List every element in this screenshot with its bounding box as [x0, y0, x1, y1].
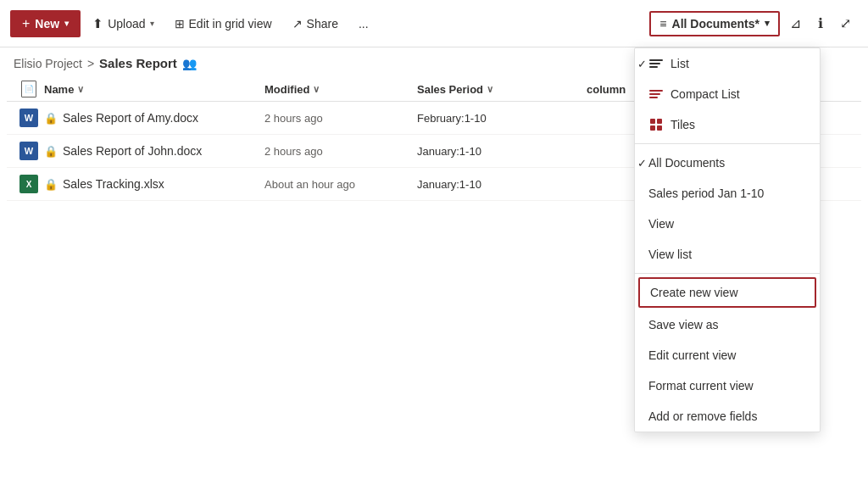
toolbar: + New ▾ ⬆ Upload ▾ ⊞ Edit in grid view ↗…: [0, 0, 868, 47]
header-period[interactable]: Sales Period ∨: [417, 81, 587, 97]
file-period: January:1-10: [417, 178, 587, 191]
edit-grid-label: Edit in grid view: [189, 17, 272, 31]
share-button[interactable]: ↗ Share: [284, 12, 347, 36]
sensitive-icon: 🔒: [44, 112, 58, 125]
doc-icon: 📄: [21, 81, 36, 97]
expand-button[interactable]: ⤢: [833, 10, 858, 36]
info-button[interactable]: ℹ: [811, 10, 830, 36]
upload-icon: ⬆: [92, 16, 103, 31]
new-button[interactable]: + New ▾: [10, 10, 81, 37]
dropdown-item-format-current-view[interactable]: Format current view: [635, 370, 820, 401]
file-name-text: Sales Tracking.xlsx: [63, 177, 164, 191]
compact-list-icon: [648, 90, 664, 98]
file-period: January:1-10: [417, 145, 587, 158]
dropdown-item-all-documents[interactable]: All Documents: [635, 148, 820, 178]
dropdown-divider-1: [635, 143, 820, 144]
upload-chevron-icon: ▾: [150, 19, 154, 28]
dropdown-tiles-label: Tiles: [670, 118, 695, 131]
tiles-icon: [648, 119, 664, 131]
share-label: Share: [307, 17, 338, 31]
upload-button[interactable]: ⬆ Upload ▾: [84, 11, 162, 36]
breadcrumb-separator: >: [87, 57, 94, 70]
dropdown-item-edit-current-view[interactable]: Edit current view: [635, 340, 820, 370]
format-current-view-label: Format current view: [648, 379, 754, 393]
header-doc-col: 📄: [14, 81, 44, 97]
plus-icon: +: [22, 16, 30, 31]
file-type-icon: W: [14, 142, 44, 160]
new-chevron-icon: ▾: [64, 19, 69, 28]
upload-label: Upload: [108, 17, 145, 31]
people-icon[interactable]: 👥: [182, 57, 197, 70]
header-name[interactable]: Name ∨: [44, 81, 264, 97]
info-icon: ℹ: [818, 16, 823, 31]
header-name-label: Name: [44, 83, 74, 96]
dropdown-item-save-view-as[interactable]: Save view as: [635, 309, 820, 340]
header-name-chevron: ∨: [77, 84, 84, 95]
header-period-chevron: ∨: [487, 84, 493, 95]
file-name: 🔒 Sales Report of Amy.docx: [44, 111, 264, 125]
file-name: 🔒 Sales Tracking.xlsx: [44, 177, 264, 191]
dropdown-divider-2: [635, 273, 820, 274]
header-column-label: column: [587, 83, 626, 96]
file-type-icon: X: [14, 175, 44, 193]
header-modified[interactable]: Modified ∨: [264, 81, 417, 97]
dropdown-item-compact-list[interactable]: Compact List: [635, 79, 820, 109]
sensitive-icon: 🔒: [44, 178, 58, 191]
new-label: New: [35, 17, 59, 31]
view-list-label: View list: [648, 248, 692, 261]
breadcrumb-parent[interactable]: Elisio Project: [14, 57, 82, 70]
view-item-label: View: [648, 217, 674, 231]
word-icon: W: [19, 109, 38, 127]
header-modified-label: Modified: [264, 83, 309, 96]
sales-period-label: Sales period Jan 1-10: [648, 187, 764, 200]
share-icon: ↗: [292, 17, 303, 31]
header-modified-chevron: ∨: [313, 84, 320, 95]
dropdown-item-list[interactable]: List: [635, 48, 820, 79]
create-new-view-label: Create new view: [650, 286, 738, 299]
filter-icon: ⊿: [790, 16, 801, 31]
list-icon: [648, 59, 664, 68]
dropdown-compact-list-label: Compact List: [670, 87, 740, 101]
dropdown-item-tiles[interactable]: Tiles: [635, 109, 820, 140]
filter-button[interactable]: ⊿: [783, 10, 808, 36]
edit-current-view-label: Edit current view: [648, 348, 736, 362]
edit-grid-button[interactable]: ⊞ Edit in grid view: [166, 12, 281, 36]
file-period: February:1-10: [417, 112, 587, 125]
file-name-text: Sales Report of John.docx: [63, 144, 202, 158]
add-remove-fields-label: Add or remove fields: [648, 409, 757, 423]
breadcrumb-current: Sales Report: [99, 56, 177, 70]
sensitive-icon: 🔒: [44, 145, 58, 158]
file-name-text: Sales Report of Amy.docx: [63, 111, 198, 125]
dropdown-item-view-list[interactable]: View list: [635, 239, 820, 270]
grid-edit-icon: ⊞: [175, 17, 185, 31]
expand-icon: ⤢: [840, 16, 851, 31]
dropdown-item-view[interactable]: View: [635, 209, 820, 239]
file-modified: 2 hours ago: [264, 145, 417, 158]
view-selector-button[interactable]: ≡ All Documents* ▾: [649, 11, 780, 36]
dropdown-item-add-remove-fields[interactable]: Add or remove fields: [635, 401, 820, 432]
dropdown-item-create-new-view[interactable]: Create new view: [638, 277, 816, 308]
file-modified: 2 hours ago: [264, 112, 417, 125]
file-type-icon: W: [14, 109, 44, 127]
view-label: All Documents*: [672, 17, 760, 31]
dropdown-list-label: List: [670, 57, 689, 70]
excel-icon: X: [19, 175, 38, 193]
view-dropdown: List Compact List Tiles All Documents Sa…: [634, 47, 821, 432]
all-documents-label: All Documents: [648, 156, 725, 170]
more-button[interactable]: ...: [350, 12, 377, 36]
more-label: ...: [359, 17, 369, 31]
view-lines-icon: ≡: [659, 17, 666, 31]
file-modified: About an hour ago: [264, 178, 417, 191]
toolbar-right: ≡ All Documents* ▾ ⊿ ℹ ⤢: [649, 10, 858, 36]
file-name: 🔒 Sales Report of John.docx: [44, 144, 264, 158]
view-chevron-icon: ▾: [765, 18, 770, 29]
save-view-as-label: Save view as: [648, 318, 718, 331]
header-period-label: Sales Period: [417, 83, 483, 96]
dropdown-item-sales-period[interactable]: Sales period Jan 1-10: [635, 178, 820, 209]
word-icon: W: [19, 142, 38, 160]
